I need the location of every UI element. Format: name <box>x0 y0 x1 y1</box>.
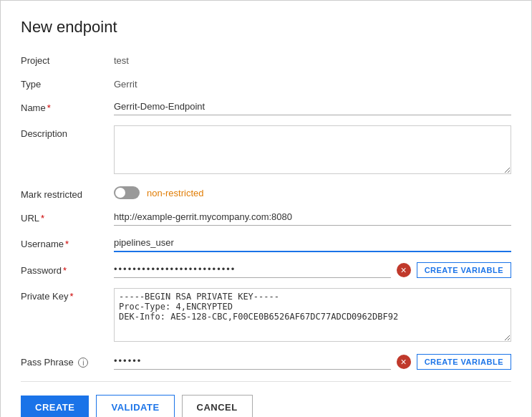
password-input[interactable] <box>114 262 391 278</box>
password-row: Password* CREATE VARIABLE <box>21 262 511 278</box>
description-label: Description <box>21 125 114 139</box>
pass-phrase-info-icon[interactable]: i <box>78 358 88 368</box>
username-row: Username* <box>21 236 511 252</box>
footer-buttons: CREATE VALIDATE CANCEL <box>21 395 511 417</box>
mark-restricted-label: Mark restricted <box>21 186 114 200</box>
private-key-label: Private Key* <box>21 288 114 302</box>
password-clear-button[interactable] <box>397 263 411 277</box>
password-create-variable-button[interactable]: CREATE VARIABLE <box>417 262 511 278</box>
private-key-input[interactable]: -----BEGIN RSA PRIVATE KEY----- Proc-Typ… <box>114 288 511 342</box>
project-row: Project test <box>21 52 511 66</box>
new-endpoint-dialog: New endpoint Project test Type Gerrit Na… <box>0 0 532 417</box>
username-field-container <box>114 236 511 252</box>
name-label: Name* <box>21 100 114 113</box>
pass-phrase-input[interactable] <box>114 354 391 370</box>
dialog-title: New endpoint <box>21 18 511 37</box>
username-label: Username* <box>21 236 114 249</box>
name-input[interactable] <box>114 100 511 115</box>
password-field-container: CREATE VARIABLE <box>114 262 511 278</box>
footer-divider <box>21 381 511 382</box>
description-row: Description <box>21 125 511 176</box>
validate-button[interactable]: VALIDATE <box>96 395 174 417</box>
project-value: test <box>114 52 511 66</box>
mark-restricted-value: non-restricted <box>114 186 511 199</box>
create-button[interactable]: CREATE <box>21 396 89 417</box>
mark-restricted-toggle[interactable] <box>114 186 140 199</box>
description-field-container <box>114 125 511 176</box>
cancel-button[interactable]: CANCEL <box>182 395 253 417</box>
type-label: Type <box>21 76 114 90</box>
private-key-row: Private Key* -----BEGIN RSA PRIVATE KEY-… <box>21 288 511 344</box>
name-row: Name* <box>21 100 511 115</box>
pass-phrase-clear-button[interactable] <box>397 355 411 369</box>
type-value: Gerrit <box>114 76 511 90</box>
url-label: URL* <box>21 210 114 224</box>
toggle-status-label: non-restricted <box>147 188 203 198</box>
url-row: URL* <box>21 210 511 226</box>
type-row: Type Gerrit <box>21 76 511 90</box>
description-input[interactable] <box>114 125 511 174</box>
pass-phrase-create-variable-button[interactable]: CREATE VARIABLE <box>417 354 511 370</box>
pass-phrase-label: Pass Phrase i <box>21 354 114 368</box>
pass-phrase-row: Pass Phrase i CREATE VARIABLE <box>21 354 511 370</box>
private-key-field-container: -----BEGIN RSA PRIVATE KEY----- Proc-Typ… <box>114 288 511 344</box>
password-label: Password* <box>21 262 114 276</box>
pass-phrase-field-container: CREATE VARIABLE <box>114 354 511 370</box>
mark-restricted-row: Mark restricted non-restricted <box>21 186 511 200</box>
url-input[interactable] <box>114 210 511 226</box>
url-field-container <box>114 210 511 226</box>
project-label: Project <box>21 52 114 66</box>
name-field-container <box>114 100 511 115</box>
username-input[interactable] <box>114 236 511 252</box>
